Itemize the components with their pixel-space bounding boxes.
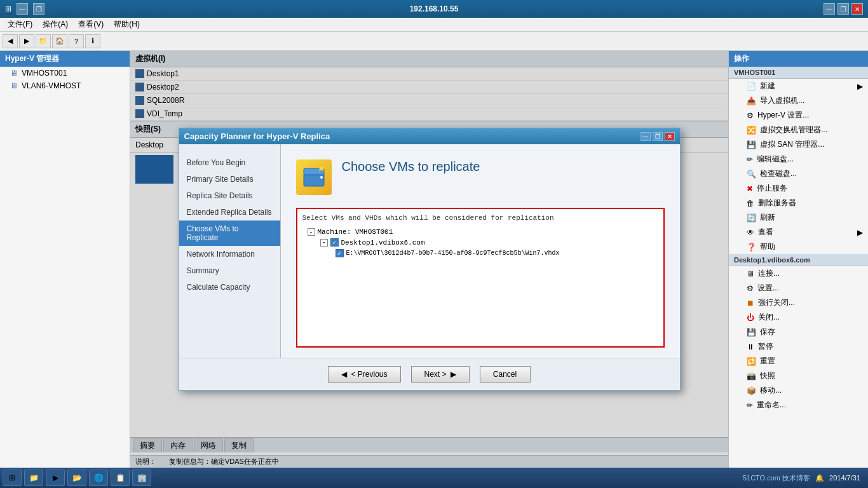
reset-icon: 🔁 [747,357,756,366]
rename-label: 重命名... [757,400,786,410]
nav-item-choose-vms[interactable]: Choose VMs to Replicate [179,220,280,246]
content-area: 虚拟机(I) Desktop1 Desktop2 SQL2008R VDI_Te… [130,51,728,468]
action-view[interactable]: 👁 查看 ▶ [729,225,868,240]
shutdown-label: 关闭... [758,312,780,323]
help-icon: ❓ [747,243,756,252]
toolbar-help[interactable]: ? [69,34,84,48]
action-new[interactable]: 📄 新建 ▶ [729,79,868,93]
action-shutdown[interactable]: ⏻ 关闭... [729,310,868,325]
app-icon: ⊞ [5,4,11,13]
nav-item-network-info[interactable]: Network Information [179,246,280,262]
stop-icon: ✖ [747,184,753,193]
right-panel-section-vmhost: VMHOST001 [729,67,868,79]
main-minimize-btn[interactable]: — [824,3,835,15]
sidebar-item-vlan6[interactable]: 🖥 VLAN6-VMHOST [0,79,130,92]
nav-item-summary[interactable]: Summary [179,262,280,279]
sidebar-item-vmhost001[interactable]: 🖥 VMHOST001 [0,67,130,79]
tree-expand-machine[interactable]: - [308,228,315,236]
main-restore-btn[interactable]: ❐ [837,3,849,15]
action-force-shutdown[interactable]: ⏹ 强行关闭... [729,295,868,310]
view-icon: 👁 [747,228,754,237]
nav-item-calculate[interactable]: Calculate Capacity [179,279,280,295]
delete-icon: 🗑 [747,199,754,208]
action-pause[interactable]: ⏸ 暂停 [729,339,868,354]
menu-action[interactable]: 操作(A) [37,18,73,31]
prev-arrow-icon: ◀ [341,370,347,379]
toolbar-info[interactable]: ℹ [85,34,100,48]
stop-label: 停止服务 [757,183,787,194]
nav-item-primary-site[interactable]: Primary Site Details [179,171,280,187]
action-refresh[interactable]: 🔄 刷新 [729,210,868,225]
taskbar-powershell[interactable]: ▶ [46,470,65,486]
action-vswitch-manager[interactable]: 🔀 虚拟交换机管理器... [729,123,868,137]
toolbar-home[interactable]: 🏠 [52,34,67,48]
action-delete-server[interactable]: 🗑 删除服务器 [729,196,868,210]
system-tray: 🔔 [815,474,824,482]
action-help[interactable]: ❓ 帮助 [729,240,868,254]
taskbar-app2[interactable]: 🏢 [132,470,151,486]
cancel-label: Cancel [493,370,517,379]
menu-view[interactable]: 查看(V) [73,18,109,31]
action-save[interactable]: 💾 保存 [729,325,868,339]
next-button[interactable]: Next > ▶ [411,366,470,383]
dialog-page-title: Choose VMs to replicate [342,159,480,174]
action-stop-service[interactable]: ✖ 停止服务 [729,181,868,196]
action-move[interactable]: 📦 移动... [729,383,868,398]
action-rename[interactable]: ✏ 重命名... [729,398,868,412]
tree-expand-vm[interactable]: - [320,239,328,247]
taskbar-app1[interactable]: 📋 [111,470,130,486]
minimize-icon[interactable]: — [17,3,28,15]
edit-disk-icon: ✏ [747,155,753,164]
delete-label: 删除服务器 [758,198,796,208]
cancel-button[interactable]: Cancel [480,366,531,383]
tree-checkbox-vhd[interactable]: ✓ [336,249,344,257]
toolbar-back[interactable]: ◀ [3,34,18,48]
taskbar-right: 51CTO.com 技术博客 🔔 2014/7/31 [743,473,865,483]
menu-file[interactable]: 文件(F) [3,18,37,31]
connect-label: 连接... [758,268,780,279]
restore-icon[interactable]: ❐ [33,3,44,15]
tree-checkbox-vm[interactable]: ✓ [330,238,339,247]
action-edit-disk[interactable]: ✏ 编辑磁盘... [729,152,868,166]
taskbar-ie[interactable]: 🌐 [89,470,108,486]
dialog-restore-btn[interactable]: ❐ [653,132,663,141]
pause-label: 暂停 [758,341,773,352]
snapshot-label: 快照 [760,370,775,381]
action-hyperv-settings[interactable]: ⚙ Hyper-V 设置... [729,108,868,123]
sidebar: Hyper-V 管理器 🖥 VMHOST001 🖥 VLAN6-VMHOST [0,51,130,468]
action-import[interactable]: 📥 导入虚拟机... [729,93,868,108]
nav-item-before-you-begin[interactable]: Before You Begin [179,154,280,171]
svg-point-3 [320,176,323,179]
nav-item-replica-site[interactable]: Replica Site Details [179,187,280,204]
nav-item-extended-replica[interactable]: Extended Replica Details [179,204,280,220]
prev-button[interactable]: ◀ < Previous [328,366,400,383]
clock: 2014/7/31 [829,474,860,482]
menu-help[interactable]: 帮助(H) [109,18,145,31]
move-icon: 📦 [747,386,756,395]
action-snapshot[interactable]: 📸 快照 [729,369,868,383]
san-label: 虚拟 SAN 管理器... [760,139,824,150]
action-san-manager[interactable]: 💾 虚拟 SAN 管理器... [729,137,868,152]
dialog-close-btn[interactable]: ✕ [665,132,675,141]
action-inspect-disk[interactable]: 🔍 检查磁盘... [729,166,868,181]
new-label: 新建 [760,81,775,92]
action-reset[interactable]: 🔁 重置 [729,354,868,369]
toolbar-forward[interactable]: ▶ [19,34,34,48]
vhd-label: E:\VMROOT\3012d4b7-b0b7-4150-af08-9c9Tec… [346,250,560,257]
toolbar-up[interactable]: 📁 [36,34,51,48]
vm-select-instruction: Select VMs and VHDs which will be consid… [302,214,658,222]
snapshot-icon: 📸 [747,372,756,381]
taskbar-files[interactable]: 📂 [67,470,86,486]
main-close-btn[interactable]: ✕ [851,3,863,15]
start-button[interactable]: ⊞ [3,470,22,486]
action-vm-settings[interactable]: ⚙ 设置... [729,281,868,295]
dialog-minimize-btn[interactable]: — [641,132,651,141]
sidebar-label-vmhost001: VMHOST001 [22,69,67,78]
import-label: 导入虚拟机... [760,95,804,106]
pause-icon: ⏸ [747,342,754,351]
save-icon: 💾 [747,328,756,337]
taskbar-explorer[interactable]: 📁 [24,470,43,486]
sidebar-label-vlan6: VLAN6-VMHOST [22,81,81,90]
action-connect[interactable]: 🖥 连接... [729,266,868,281]
shutdown-icon: ⏻ [747,313,754,322]
